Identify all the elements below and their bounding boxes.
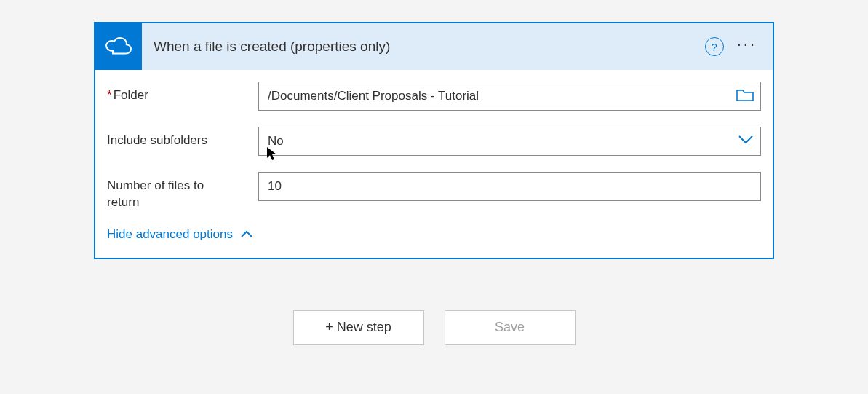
card-body: *Folder Include subfolders xyxy=(95,70,773,258)
card-header[interactable]: When a file is created (properties only)… xyxy=(95,23,773,70)
save-button[interactable]: Save xyxy=(445,310,576,345)
folder-picker-icon[interactable] xyxy=(736,88,754,104)
chevron-down-icon[interactable] xyxy=(738,135,754,148)
num-files-input[interactable] xyxy=(258,172,761,201)
num-files-label: Number of files to return xyxy=(107,172,238,211)
folder-label: *Folder xyxy=(107,82,238,104)
include-subfolders-select[interactable] xyxy=(258,127,761,156)
onedrive-icon xyxy=(95,23,142,70)
new-step-button[interactable]: + New step xyxy=(293,310,424,345)
folder-input[interactable] xyxy=(258,82,761,111)
help-icon[interactable]: ? xyxy=(705,37,724,56)
more-menu-icon[interactable]: ··· xyxy=(737,36,757,57)
trigger-card: When a file is created (properties only)… xyxy=(94,22,774,259)
advanced-options-label: Hide advanced options xyxy=(107,227,233,242)
advanced-options-toggle[interactable]: Hide advanced options xyxy=(107,227,253,242)
required-star: * xyxy=(107,88,112,102)
chevron-up-icon xyxy=(240,230,253,238)
include-subfolders-label: Include subfolders xyxy=(107,127,238,149)
card-title: When a file is created (properties only) xyxy=(142,39,705,55)
